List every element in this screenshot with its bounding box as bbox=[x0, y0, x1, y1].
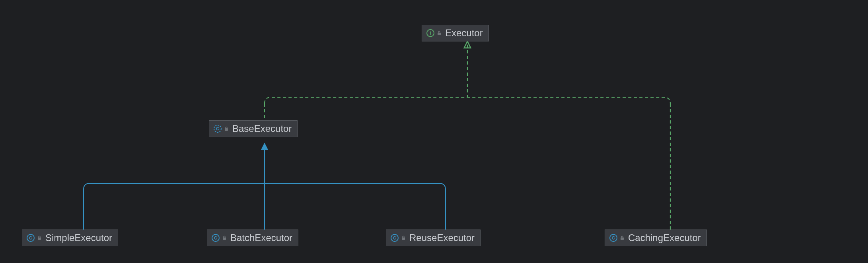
node-label: Executor bbox=[445, 27, 483, 39]
svg-rect-8 bbox=[38, 237, 41, 240]
svg-rect-2 bbox=[438, 33, 441, 35]
lock-icon bbox=[436, 30, 442, 36]
edge-implements-split bbox=[265, 97, 670, 104]
interface-icon: I bbox=[426, 29, 435, 37]
node-label: BaseExecutor bbox=[232, 123, 292, 134]
node-label: SimpleExecutor bbox=[45, 232, 112, 243]
edge-extends-split bbox=[84, 183, 446, 190]
class-icon: C bbox=[390, 234, 399, 242]
svg-text:C: C bbox=[214, 236, 217, 240]
node-label: BatchExecutor bbox=[230, 232, 292, 243]
class-icon: C bbox=[213, 124, 222, 133]
class-icon: C bbox=[609, 234, 618, 242]
class-icon: C bbox=[26, 234, 35, 242]
lock-icon bbox=[224, 126, 229, 132]
node-reuse-executor[interactable]: C ReuseExecutor bbox=[386, 230, 481, 246]
node-label: CachingExecutor bbox=[628, 232, 701, 243]
svg-rect-5 bbox=[225, 128, 228, 131]
class-icon: C bbox=[211, 234, 220, 242]
node-label: ReuseExecutor bbox=[409, 232, 475, 243]
lock-icon bbox=[619, 235, 625, 241]
svg-rect-11 bbox=[223, 237, 226, 240]
node-caching-executor[interactable]: C CachingExecutor bbox=[605, 230, 707, 246]
svg-text:C: C bbox=[29, 236, 32, 240]
svg-rect-14 bbox=[402, 237, 405, 240]
lock-icon bbox=[222, 235, 227, 241]
svg-text:I: I bbox=[430, 31, 431, 35]
svg-rect-17 bbox=[621, 237, 624, 240]
lock-icon bbox=[37, 235, 42, 241]
svg-text:C: C bbox=[612, 236, 615, 240]
node-base-executor[interactable]: C BaseExecutor bbox=[209, 120, 298, 137]
node-simple-executor[interactable]: C SimpleExecutor bbox=[22, 230, 118, 246]
svg-text:C: C bbox=[216, 126, 219, 131]
node-batch-executor[interactable]: C BatchExecutor bbox=[207, 230, 298, 246]
node-executor[interactable]: I Executor bbox=[422, 25, 489, 41]
lock-icon bbox=[401, 235, 406, 241]
svg-text:C: C bbox=[393, 236, 396, 240]
